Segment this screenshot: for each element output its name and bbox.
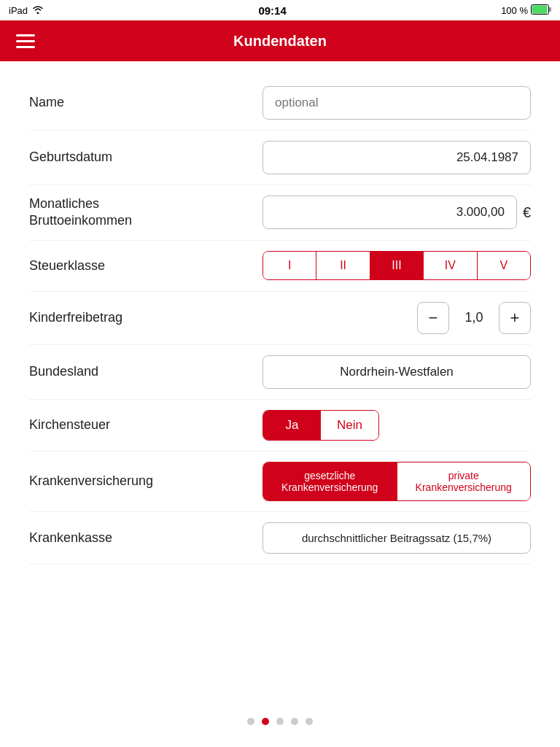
svg-rect-1 bbox=[532, 5, 548, 13]
hamburger-line-1 bbox=[16, 34, 35, 36]
amount-wrapper: € bbox=[262, 196, 531, 229]
battery-icon bbox=[531, 4, 551, 17]
page-dot-4[interactable] bbox=[306, 718, 313, 725]
status-bar: iPad 09:14 100 % bbox=[0, 0, 560, 20]
steuerklasse-V[interactable]: V bbox=[478, 252, 530, 279]
kinderfreibetrag-row: Kinderfreibetrag − 1,0 + bbox=[29, 292, 531, 345]
bundesland-label: Bundesland bbox=[29, 363, 262, 380]
geburtsdatum-input[interactable] bbox=[262, 141, 531, 174]
krankenkasse-row: Krankenkasse durchschnittlicher Beitrags… bbox=[29, 512, 531, 565]
steuerklasse-II[interactable]: II bbox=[316, 252, 370, 279]
page-dot-0[interactable] bbox=[247, 718, 254, 725]
name-input[interactable] bbox=[262, 86, 531, 120]
steuerklasse-label: Steuerklasse bbox=[29, 258, 262, 274]
kirchensteuer-control: Ja Nein bbox=[262, 410, 531, 441]
gesetzliche-krankenversicherung-btn[interactable]: gesetzliche Krankenversicherung bbox=[263, 462, 397, 500]
hamburger-button[interactable] bbox=[12, 30, 39, 53]
battery-label: 100 % bbox=[501, 5, 528, 16]
bundesland-select[interactable]: Nordrhein-Westfalen bbox=[262, 355, 531, 389]
steuerklasse-IV[interactable]: IV bbox=[424, 252, 477, 279]
bruttoeinkommen-input[interactable] bbox=[262, 196, 517, 229]
steuerklasse-I[interactable]: I bbox=[263, 252, 316, 279]
wifi-icon bbox=[32, 5, 44, 16]
krankenversicherung-segmented: gesetzliche Krankenversicherung private … bbox=[262, 462, 531, 501]
page-dot-3[interactable] bbox=[291, 718, 298, 725]
svg-rect-2 bbox=[549, 7, 551, 12]
bruttoeinkommen-control: € bbox=[262, 196, 531, 229]
private-krankenversicherung-btn[interactable]: private Krankenversicherung bbox=[397, 462, 531, 500]
kirchensteuer-ja[interactable]: Ja bbox=[263, 411, 321, 440]
kinderfreibetrag-plus[interactable]: + bbox=[499, 302, 531, 334]
hamburger-line-3 bbox=[16, 46, 35, 48]
name-row: Name bbox=[29, 76, 531, 131]
steuerklasse-III[interactable]: III bbox=[370, 252, 424, 279]
bruttoeinkommen-row: MonatlichesBruttoeinkommen € bbox=[29, 185, 531, 241]
steuerklasse-row: Steuerklasse I II III IV V bbox=[29, 241, 531, 292]
nav-bar: Kundendaten bbox=[0, 20, 560, 61]
krankenversicherung-row: Krankenversicherung gesetzliche Krankenv… bbox=[29, 452, 531, 512]
page-dot-1[interactable] bbox=[262, 718, 269, 725]
steuerklasse-control: I II III IV V bbox=[262, 251, 531, 280]
kinderfreibetrag-control: − 1,0 + bbox=[262, 302, 531, 334]
krankenkasse-control: durchschnittlicher Beitragssatz (15,7%) bbox=[262, 522, 531, 554]
kirchensteuer-nein[interactable]: Nein bbox=[321, 411, 378, 440]
krankenversicherung-control: gesetzliche Krankenversicherung private … bbox=[262, 462, 531, 501]
bundesland-row: Bundesland Nordrhein-Westfalen bbox=[29, 345, 531, 400]
page-dot-2[interactable] bbox=[276, 718, 284, 725]
status-right: 100 % bbox=[501, 4, 551, 17]
kinderfreibetrag-stepper: − 1,0 + bbox=[262, 302, 531, 334]
status-left: iPad bbox=[9, 5, 44, 16]
geburtsdatum-label: Geburtsdatum bbox=[29, 149, 262, 166]
kirchensteuer-row: Kirchensteuer Ja Nein bbox=[29, 400, 531, 452]
kirchensteuer-toggle: Ja Nein bbox=[262, 410, 379, 441]
name-control bbox=[262, 86, 531, 120]
krankenkasse-select[interactable]: durchschnittlicher Beitragssatz (15,7%) bbox=[262, 522, 531, 554]
name-label: Name bbox=[29, 94, 262, 111]
steuerklasse-segmented: I II III IV V bbox=[262, 251, 531, 280]
kinderfreibetrag-value: 1,0 bbox=[461, 310, 487, 325]
kinderfreibetrag-label: Kinderfreibetrag bbox=[29, 309, 262, 326]
time-label: 09:14 bbox=[258, 4, 286, 17]
carrier-label: iPad bbox=[9, 5, 28, 16]
hamburger-line-2 bbox=[16, 40, 35, 42]
kirchensteuer-label: Kirchensteuer bbox=[29, 417, 262, 433]
bundesland-control: Nordrhein-Westfalen bbox=[262, 355, 531, 389]
krankenversicherung-label: Krankenversicherung bbox=[29, 473, 262, 489]
currency-symbol: € bbox=[523, 204, 531, 221]
kinderfreibetrag-minus[interactable]: − bbox=[417, 302, 449, 334]
form-content: Name Geburtsdatum MonatlichesBruttoeinko… bbox=[0, 61, 560, 579]
page-title: Kundendaten bbox=[233, 33, 327, 50]
geburtsdatum-control bbox=[262, 141, 531, 174]
geburtsdatum-row: Geburtsdatum bbox=[29, 131, 531, 185]
page-dots bbox=[0, 718, 560, 725]
bruttoeinkommen-label: MonatlichesBruttoeinkommen bbox=[29, 196, 262, 230]
krankenkasse-label: Krankenkasse bbox=[29, 530, 262, 546]
